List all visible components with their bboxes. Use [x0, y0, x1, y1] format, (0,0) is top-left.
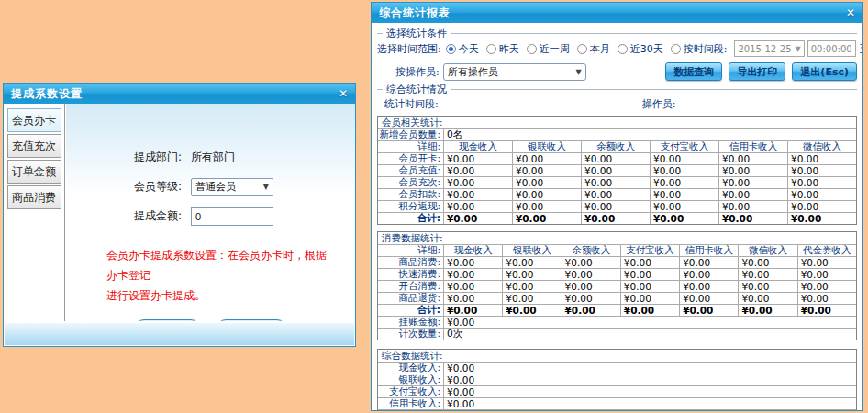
- sidebar-item-order-amount[interactable]: 订单金额: [7, 160, 61, 184]
- radio-icon: [671, 44, 681, 54]
- table-row: 商品消费: ¥0.00 ¥0.00 ¥0.00 ¥0.00 ¥0.00 ¥0.0…: [378, 256, 856, 268]
- table-cell: ¥0.00: [503, 281, 562, 292]
- summary-group-label: 综合统计情况: [383, 83, 451, 96]
- save-button[interactable]: 保存(F5): [135, 319, 200, 321]
- table-cell: ¥0.00: [562, 257, 621, 268]
- sidebar-item-recharge[interactable]: 充值充次: [7, 134, 61, 158]
- table-cell: ¥0.00: [444, 374, 856, 385]
- close-icon[interactable]: ✕: [846, 6, 855, 19]
- dept-row: 提成部门: 所有部门: [66, 148, 355, 167]
- chevron-down-icon: ▼: [263, 183, 269, 191]
- row-label: 合计:: [378, 305, 444, 316]
- radio-label: 近一周: [540, 42, 570, 56]
- table-cell: ¥0.00: [582, 153, 651, 164]
- table-row: 开台消费: ¥0.00 ¥0.00 ¥0.00 ¥0.00 ¥0.00 ¥0.0…: [378, 280, 856, 292]
- section-label: 综合数据统计:: [378, 350, 856, 362]
- table-cell: ¥0.00: [719, 153, 788, 164]
- column-header: 余额收入: [562, 245, 621, 256]
- radio-this-month[interactable]: 本月: [577, 42, 610, 56]
- table-cell: ¥0.00: [680, 257, 739, 268]
- table-cell: ¥0.00: [680, 305, 739, 316]
- table-cell: ¥0.00: [798, 293, 856, 304]
- row-label: 商品退货:: [378, 293, 444, 304]
- sidebar-item-member-card[interactable]: 会员办卡: [7, 108, 61, 132]
- table-cell: ¥0.00: [444, 317, 856, 328]
- table-row: 会员扣款: ¥0.00 ¥0.00 ¥0.00 ¥0.00 ¥0.00 ¥0.0…: [378, 188, 856, 200]
- table-row: 会员充次: ¥0.00 ¥0.00 ¥0.00 ¥0.00 ¥0.00 ¥0.0…: [378, 176, 856, 188]
- column-header: 现金收入: [444, 141, 513, 152]
- query-button[interactable]: 数据查询: [665, 62, 722, 81]
- conditions-group-header: 选择统计条件: [377, 28, 857, 39]
- table-cell: ¥0.00: [719, 213, 788, 224]
- table-cell: ¥0.00: [444, 293, 503, 304]
- table-cell: ¥0.00: [513, 189, 582, 200]
- date-from-select[interactable]: 2015-12-25 ▼: [734, 40, 804, 57]
- row-label: 现金收入:: [378, 363, 444, 374]
- column-header: 详细:: [378, 141, 444, 152]
- dept-label: 提成部门:: [66, 150, 191, 165]
- table-cell: 0名: [444, 129, 856, 140]
- radio-label: 本月: [590, 42, 610, 56]
- time-range-label: 选择时间范围:: [377, 42, 441, 56]
- table-cell: ¥0.00: [739, 281, 797, 292]
- overall-stats-table: 综合数据统计: 现金收入: ¥0.00 银联收入: ¥0.00 支付宝收入: ¥…: [377, 349, 857, 410]
- radio-last-30-days[interactable]: 近30天: [618, 42, 663, 56]
- table-row: 商品退货: ¥0.00 ¥0.00 ¥0.00 ¥0.00 ¥0.00 ¥0.0…: [378, 292, 856, 304]
- row-label: 会员扣款:: [378, 189, 444, 200]
- radio-icon: [577, 44, 587, 54]
- table-cell: ¥0.00: [621, 293, 680, 304]
- row-label: 信用卡收入:: [378, 398, 444, 409]
- column-header: 信用卡收入: [719, 141, 788, 152]
- table-cell: ¥0.00: [503, 269, 562, 280]
- table-cell: ¥0.00: [444, 177, 513, 188]
- total-row: 合计: ¥0.00 ¥0.00 ¥0.00 ¥0.00 ¥0.00 ¥0.00 …: [378, 304, 856, 316]
- period-label: 统计时间段:: [377, 97, 439, 111]
- table-cell: ¥0.00: [582, 213, 651, 224]
- table-cell: ¥0.00: [621, 269, 680, 280]
- member-level-select[interactable]: 普通会员 ▼: [191, 178, 273, 196]
- row-label: 开台消费:: [378, 281, 444, 292]
- time-from-input[interactable]: 00:00:00: [807, 40, 856, 57]
- operator-select[interactable]: 所有操作员 ▼: [443, 63, 586, 81]
- section-row: 消费数据统计:: [378, 232, 856, 244]
- table-cell: ¥0.00: [444, 269, 503, 280]
- time-range-row: 选择时间范围: 今天 昨天 近一周 本月 近30天: [377, 39, 857, 58]
- table-cell: ¥0.00: [719, 165, 788, 176]
- sidebar-item-goods-consume[interactable]: 商品消费: [7, 185, 61, 209]
- table-row: 现金收入: ¥0.00: [378, 362, 856, 374]
- table-cell: ¥0.00: [513, 153, 582, 164]
- table-cell: ¥0.00: [513, 213, 582, 224]
- table-cell: ¥0.00: [651, 189, 719, 200]
- group-line: [451, 89, 857, 90]
- table-cell: ¥0.00: [680, 269, 739, 280]
- table-cell: ¥0.00: [788, 201, 856, 212]
- table-cell: ¥0.00: [444, 305, 503, 316]
- radio-custom-period[interactable]: 按时间段:: [671, 42, 728, 56]
- radio-icon: [527, 44, 537, 54]
- table-cell: ¥0.00: [739, 293, 797, 304]
- table-cell: ¥0.00: [719, 177, 788, 188]
- table-cell: ¥0.00: [788, 177, 856, 188]
- table-cell: ¥0.00: [798, 257, 856, 268]
- exit-button[interactable]: 退出(Esc): [792, 62, 857, 81]
- table-cell: ¥0.00: [444, 257, 503, 268]
- table-cell: ¥0.00: [582, 165, 651, 176]
- table-cell: ¥0.00: [719, 189, 788, 200]
- commission-window-titlebar: 提成系数设置 ✕: [4, 84, 355, 104]
- export-print-button[interactable]: 导出打印: [729, 62, 785, 81]
- radio-yesterday[interactable]: 昨天: [486, 42, 519, 56]
- close-icon[interactable]: ✕: [339, 87, 348, 100]
- close-button[interactable]: 关闭(Esc): [217, 319, 287, 321]
- table-cell: ¥0.00: [562, 293, 621, 304]
- commission-amount-input[interactable]: [191, 207, 273, 226]
- row-label: 支付宝收入:: [378, 386, 444, 397]
- table-cell: ¥0.00: [788, 189, 856, 200]
- table-cell: 0次: [444, 329, 856, 340]
- radio-today[interactable]: 今天: [446, 42, 479, 56]
- table-cell: ¥0.00: [503, 305, 562, 316]
- summary-group-header: 综合统计情况: [377, 84, 857, 95]
- window-title: 提成系数设置: [11, 86, 83, 102]
- report-window-body: 选择统计条件 选择时间范围: 今天 昨天 近一周 本月: [372, 23, 862, 410]
- table-cell: ¥0.00: [562, 269, 621, 280]
- radio-last-week[interactable]: 近一周: [527, 42, 570, 56]
